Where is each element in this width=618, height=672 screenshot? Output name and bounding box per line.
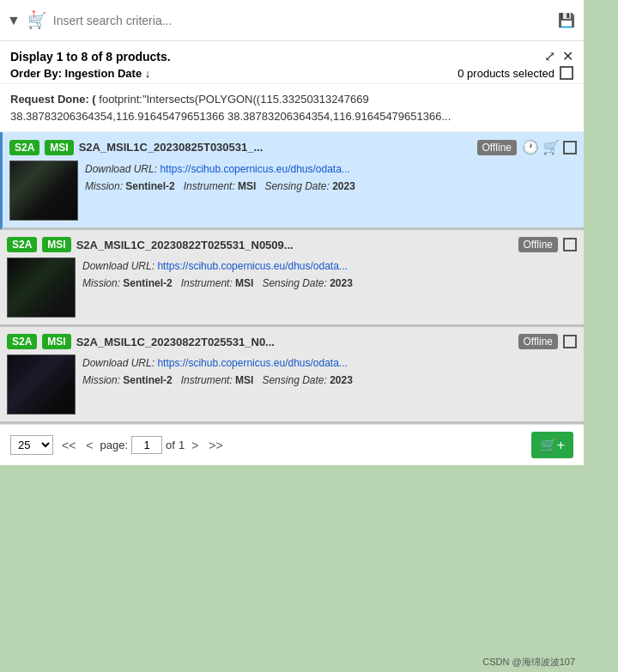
status-badge: Offline (518, 237, 558, 252)
badge-msi: MSI (42, 334, 70, 349)
product-header: S2A MSI S2A_MSIL1C_20230822T025531_N0509… (7, 237, 577, 252)
product-thumbnail (7, 257, 76, 318)
badge-msi: MSI (42, 237, 70, 252)
page-number-input[interactable] (131, 436, 162, 454)
watermark: CSDN @海绵波波107 (482, 656, 575, 669)
select-all-checkbox[interactable] (560, 66, 573, 80)
arrow-indicator: ↑ (31, 6, 37, 20)
results-container[interactable]: S2A MSI S2A_MSIL1C_20230825T030531_... O… (0, 132, 584, 424)
download-url-row: Download URL: https://scihub.copernicus.… (82, 257, 353, 275)
product-checkbox[interactable] (563, 335, 577, 348)
product-body: Download URL: https://scihub.copernicus.… (7, 354, 577, 415)
of-label: of (166, 439, 175, 451)
page-nav: << < page: of 1 > >> (58, 436, 227, 454)
product-name: S2A_MSIL1C_20230822T025531_N0509... (76, 239, 513, 251)
product-body: Download URL: https://scihub.copernicus.… (9, 160, 577, 221)
selected-count: 0 products selected (457, 66, 573, 80)
download-url-link[interactable]: https://scihub.copernicus.eu/dhus/odata.… (160, 163, 349, 175)
download-url-row: Download URL: https://scihub.copernicus.… (85, 160, 355, 178)
request-label: Request Done: ( (10, 93, 96, 106)
product-name: S2A_MSIL1C_20230822T025531_N0... (76, 336, 513, 348)
product-checkbox[interactable] (563, 141, 577, 154)
product-icons: 🕐 🛒 (522, 139, 577, 155)
product-info: Download URL: https://scihub.copernicus.… (85, 160, 355, 196)
page-label: page: (100, 439, 129, 451)
clock-icon[interactable]: 🕐 (522, 139, 539, 155)
download-url-link[interactable]: https://scihub.copernicus.eu/dhus/odata.… (157, 357, 347, 369)
add-cart-button[interactable]: 🛒+ (531, 432, 573, 458)
last-page-button[interactable]: >> (205, 437, 226, 454)
display-text: Display 1 to 8 of 8 products. (10, 50, 171, 64)
badge-s2a: S2A (9, 140, 39, 155)
cart-icon[interactable]: 🛒 ↑ (27, 11, 46, 30)
status-badge: Offline (518, 334, 558, 349)
table-row[interactable]: S2A MSI S2A_MSIL1C_20230822T025531_N0509… (0, 230, 584, 327)
order-text: Order By: Ingestion Date ↓ (10, 67, 150, 80)
page-total: 1 (179, 439, 185, 451)
product-meta: Mission: Sentinel-2 Instrument: MSI Sens… (82, 372, 353, 389)
expand-icon[interactable]: ⤢ (544, 48, 555, 64)
pagination-left: 25 50 100 << < page: of 1 > >> (10, 435, 227, 455)
first-page-button[interactable]: << (58, 437, 79, 454)
next-page-button[interactable]: > (188, 437, 202, 454)
product-meta: Mission: Sentinel-2 Instrument: MSI Sens… (85, 178, 355, 195)
product-info: Download URL: https://scihub.copernicus.… (82, 354, 353, 390)
save-button[interactable]: 💾 (556, 10, 577, 30)
download-url-link[interactable]: https://scihub.copernicus.eu/dhus/odata.… (157, 260, 347, 272)
product-thumbnail (9, 160, 78, 221)
pagination-bar: 25 50 100 << < page: of 1 > >> 🛒+ (0, 424, 584, 465)
query-box: Request Done: ( footprint:"Intersects(PO… (0, 84, 584, 132)
selected-count-label: 0 products selected (457, 67, 554, 80)
filter-icon[interactable]: ▼ (7, 13, 21, 28)
badge-msi: MSI (45, 140, 73, 155)
results-panel: ▼ 🛒 ↑ 💾 Display 1 to 8 of 8 products. ⤢ … (0, 0, 584, 465)
table-row[interactable]: S2A MSI S2A_MSIL1C_20230822T025531_N0...… (0, 327, 584, 424)
status-badge: Offline (477, 140, 517, 155)
product-name: S2A_MSIL1C_20230825T030531_... (79, 141, 472, 154)
product-header: S2A MSI S2A_MSIL1C_20230825T030531_... O… (9, 139, 577, 155)
page-size-select[interactable]: 25 50 100 (10, 435, 53, 455)
results-header: Display 1 to 8 of 8 products. ⤢ ✕ Order … (0, 41, 584, 84)
badge-s2a: S2A (7, 334, 37, 349)
product-meta: Mission: Sentinel-2 Instrument: MSI Sens… (82, 275, 353, 292)
product-icons (563, 238, 577, 251)
product-icons (563, 335, 577, 348)
search-input[interactable] (53, 14, 549, 27)
close-icon[interactable]: ✕ (562, 48, 573, 64)
add-to-cart-icon[interactable]: 🛒 (542, 139, 560, 155)
product-body: Download URL: https://scihub.copernicus.… (7, 257, 577, 318)
badge-s2a: S2A (7, 237, 37, 252)
search-bar: ▼ 🛒 ↑ 💾 (0, 0, 584, 41)
download-url-row: Download URL: https://scihub.copernicus.… (82, 354, 353, 372)
prev-page-button[interactable]: < (82, 437, 96, 454)
table-row[interactable]: S2A MSI S2A_MSIL1C_20230825T030531_... O… (0, 132, 584, 230)
product-info: Download URL: https://scihub.copernicus.… (82, 257, 353, 293)
product-checkbox[interactable] (563, 238, 577, 251)
product-header: S2A MSI S2A_MSIL1C_20230822T025531_N0...… (7, 334, 577, 349)
product-thumbnail (7, 354, 76, 415)
header-icons: ⤢ ✕ (544, 48, 573, 64)
